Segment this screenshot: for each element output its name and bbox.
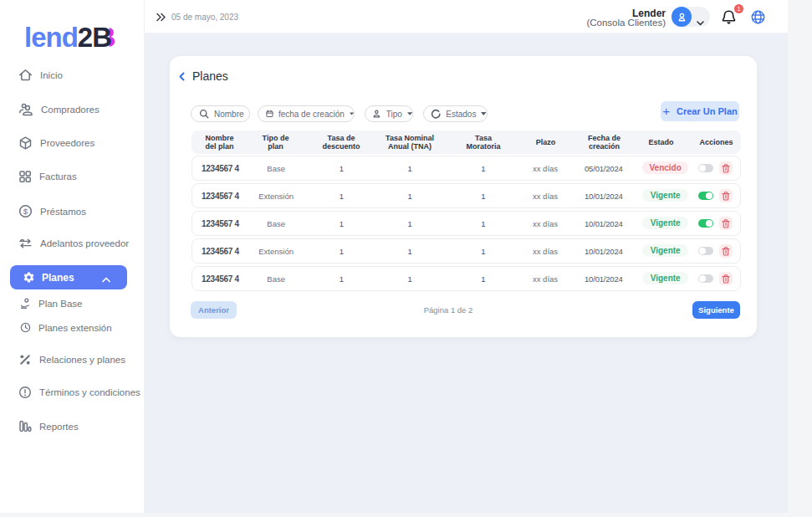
svg-text:$: $ [23,207,28,216]
